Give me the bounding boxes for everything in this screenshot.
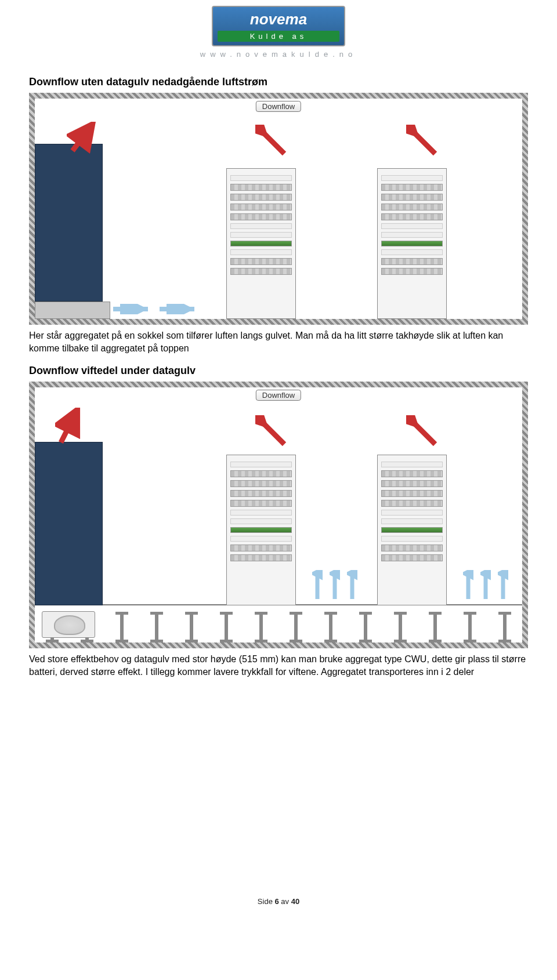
footer-page: 6 <box>274 897 278 906</box>
raised-floor <box>35 604 522 643</box>
plinth <box>35 302 110 319</box>
cold-air-up-arrow-icon <box>330 570 340 602</box>
server-rack <box>377 455 447 605</box>
svg-line-7 <box>412 421 435 444</box>
hot-air-arrow-icon <box>55 408 84 448</box>
svg-line-5 <box>61 413 75 442</box>
logo-brand: novema <box>213 7 344 28</box>
server-rack <box>377 168 447 319</box>
svg-line-4 <box>412 130 435 154</box>
cold-air-up-arrow-icon <box>480 570 491 602</box>
logo-sub: Kulde as <box>218 31 339 42</box>
fan-unit <box>42 611 95 638</box>
cooling-unit <box>35 442 103 605</box>
section2-title: Downflow viftedel under datagulv <box>29 365 528 377</box>
diagram-badge: Downflow <box>256 101 301 112</box>
page-footer: Side 6 av 40 <box>29 688 528 906</box>
cold-air-up-arrow-icon <box>312 570 323 602</box>
svg-line-2 <box>73 128 90 151</box>
hot-air-arrow-icon <box>67 122 96 157</box>
logo: novema Kulde as <box>212 6 345 46</box>
website-url: www.novemakulde.no <box>29 46 528 69</box>
cold-air-up-arrow-icon <box>347 570 357 602</box>
section1-title: Downflow uten datagulv nedadgående lufts… <box>29 76 528 88</box>
cold-air-arrow-icon <box>113 304 154 314</box>
hot-air-arrow-icon <box>255 415 290 450</box>
diagram-downflow-no-floor: Downflow <box>29 93 528 325</box>
footer-total: 40 <box>291 897 299 906</box>
diagram-downflow-raised-floor: Downflow <box>29 382 528 648</box>
hot-air-arrow-icon <box>255 125 290 159</box>
server-rack <box>226 168 296 319</box>
cooling-unit <box>35 144 103 302</box>
hot-air-arrow-icon <box>406 415 441 450</box>
cold-air-up-arrow-icon <box>498 570 508 602</box>
section1-text: Her står aggregatet på en sokkel som til… <box>29 329 528 354</box>
server-rack <box>226 455 296 605</box>
footer-prefix: Side <box>258 897 275 906</box>
section2-text: Ved store effektbehov og datagulv med st… <box>29 653 528 678</box>
svg-line-3 <box>261 130 284 154</box>
cold-air-arrow-icon <box>160 304 200 314</box>
svg-line-6 <box>261 421 284 444</box>
diagram-badge: Downflow <box>256 390 301 401</box>
footer-sep: av <box>279 897 291 906</box>
cold-air-up-arrow-icon <box>463 570 473 602</box>
hot-air-arrow-icon <box>406 125 441 159</box>
